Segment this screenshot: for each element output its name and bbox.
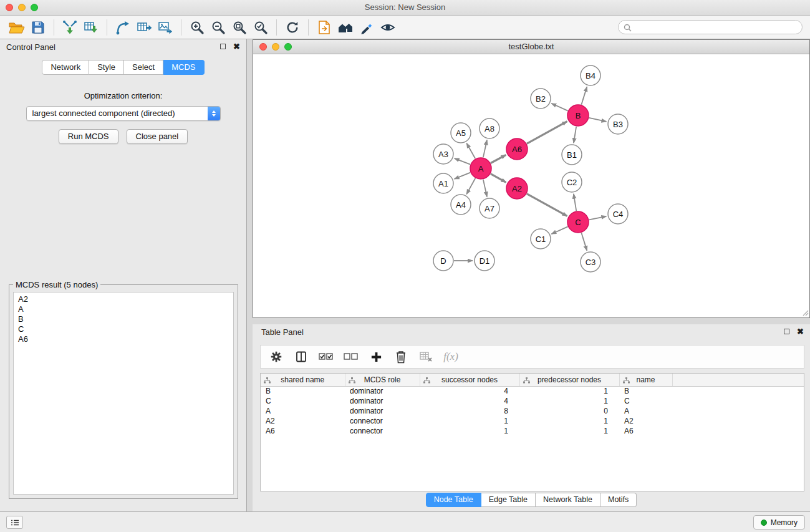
export-image-button[interactable] [155, 18, 176, 37]
graph-edge[interactable] [574, 194, 576, 211]
tab-network-table[interactable]: Network Table [536, 493, 600, 507]
zoom-in-button[interactable] [186, 18, 208, 37]
graph-edge[interactable] [527, 122, 567, 144]
graph-node[interactable]: B4 [581, 65, 600, 85]
mcds-result-list[interactable]: A2ABCA6 [13, 292, 234, 495]
tab-edge-table[interactable]: Edge Table [481, 493, 536, 507]
select-all-columns-button[interactable] [317, 348, 335, 365]
table-row[interactable]: A2connector11A2 [261, 416, 804, 426]
float-table-panel-button[interactable] [784, 329, 789, 334]
graph-edge[interactable] [581, 87, 587, 105]
close-window-button[interactable] [6, 4, 13, 11]
zoom-selected-button[interactable] [250, 18, 271, 37]
memory-button[interactable]: Memory [753, 515, 805, 530]
graph-edge[interactable] [483, 180, 487, 197]
close-table-panel-button[interactable]: ✖ [797, 328, 804, 335]
graph-node[interactable]: A4 [451, 195, 471, 215]
graph-node[interactable]: A5 [451, 123, 471, 143]
tab-node-table[interactable]: Node Table [426, 493, 481, 507]
graph-node[interactable]: C [567, 211, 589, 233]
export-network-button[interactable] [112, 18, 133, 37]
graphics-details-button[interactable] [377, 18, 398, 37]
graph-edge[interactable] [491, 155, 506, 163]
graph-edge[interactable] [574, 127, 576, 143]
delete-table-button[interactable] [417, 348, 435, 365]
mcds-result-item[interactable]: A6 [14, 334, 233, 344]
optimization-criterion-select[interactable]: largest connected component (directed) [26, 106, 221, 121]
graph-node[interactable]: A [470, 158, 491, 179]
graph-node[interactable]: D1 [475, 251, 494, 271]
window-resize-grip[interactable] [801, 309, 809, 316]
tab-mcds[interactable]: MCDS [163, 60, 204, 75]
graph-node[interactable]: C4 [608, 204, 628, 224]
network-zoom-button[interactable] [284, 43, 292, 51]
graph-edge[interactable] [455, 158, 470, 165]
graph-node[interactable]: C2 [562, 172, 582, 192]
minimize-window-button[interactable] [18, 4, 26, 11]
graph-node[interactable]: D [433, 251, 453, 271]
close-panel-button[interactable]: Close panel [127, 129, 188, 144]
export-table-button[interactable] [133, 18, 155, 37]
column-header-mcds-role[interactable]: MCDS role [345, 374, 420, 386]
column-header-predecessor-nodes[interactable]: predecessor nodes [519, 374, 619, 386]
deselect-all-columns-button[interactable] [342, 348, 360, 365]
graph-node[interactable]: A3 [433, 144, 453, 164]
delete-column-button[interactable] [392, 348, 410, 365]
table-row[interactable]: A6connector11A6 [261, 426, 804, 436]
function-builder-button[interactable]: f(x) [441, 348, 460, 365]
mcds-result-item[interactable]: A2 [14, 294, 233, 304]
apply-style-button[interactable] [356, 18, 377, 37]
graph-node[interactable]: A1 [433, 173, 453, 193]
mcds-result-item[interactable]: C [14, 324, 233, 334]
graph-node[interactable]: A2 [506, 178, 528, 199]
graph-edge[interactable] [466, 143, 475, 159]
network-canvas[interactable]: B4B2BB3A5A8A6B1A3AA1C2A2A4A7C4CC1C3DD1 [253, 54, 809, 317]
mcds-result-item[interactable]: A [14, 304, 233, 314]
graph-edge[interactable] [527, 194, 567, 216]
mcds-result-item[interactable]: B [14, 314, 233, 324]
import-network-button[interactable] [59, 18, 80, 37]
table-row[interactable]: Cdominator41C [261, 396, 804, 406]
graph-node[interactable]: A7 [480, 198, 499, 218]
graph-node[interactable]: C1 [531, 229, 551, 249]
search-input[interactable] [618, 20, 803, 34]
graph-node[interactable]: B1 [562, 145, 582, 165]
column-header-shared-name[interactable]: shared name [261, 374, 345, 386]
network-overview-button[interactable] [335, 18, 356, 37]
table-row[interactable]: Adominator80A [261, 406, 804, 416]
graph-node[interactable]: B2 [531, 89, 551, 109]
table-row[interactable]: Bdominator41B [261, 386, 804, 396]
graph-edge[interactable] [483, 140, 487, 158]
save-session-button[interactable] [27, 18, 49, 37]
tab-network[interactable]: Network [42, 60, 89, 75]
zoom-window-button[interactable] [31, 4, 38, 11]
graph-edge[interactable] [551, 104, 567, 111]
graph-node[interactable]: A8 [480, 118, 499, 138]
open-session-button[interactable] [6, 18, 27, 37]
export-document-button[interactable] [314, 18, 335, 37]
task-history-button[interactable] [6, 516, 23, 529]
zoom-out-button[interactable] [208, 18, 229, 37]
column-header-successor-nodes[interactable]: successor nodes [420, 374, 519, 386]
column-header-name[interactable]: name [619, 374, 672, 386]
network-minimize-button[interactable] [272, 43, 279, 51]
graph-edge[interactable] [491, 174, 506, 183]
apply-layout-button[interactable] [282, 18, 303, 37]
graph-edge[interactable] [589, 118, 607, 122]
graph-edge[interactable] [581, 233, 587, 251]
import-table-button[interactable] [80, 18, 102, 37]
network-close-button[interactable] [259, 43, 267, 51]
table-settings-button[interactable] [267, 348, 286, 365]
graph-edge[interactable] [551, 226, 567, 234]
run-mcds-button[interactable]: Run MCDS [59, 129, 118, 144]
show-column-button[interactable] [292, 348, 311, 365]
graph-node[interactable]: A6 [506, 138, 528, 160]
graph-node[interactable]: B3 [608, 114, 628, 134]
close-panel-icon-button[interactable]: ✖ [233, 43, 240, 50]
graph-edge[interactable] [455, 173, 471, 179]
graph-edge[interactable] [589, 216, 607, 220]
graph-node[interactable]: C3 [581, 252, 600, 272]
float-panel-button[interactable] [220, 44, 226, 49]
graph-edge[interactable] [466, 178, 475, 195]
tab-select[interactable]: Select [124, 60, 163, 75]
